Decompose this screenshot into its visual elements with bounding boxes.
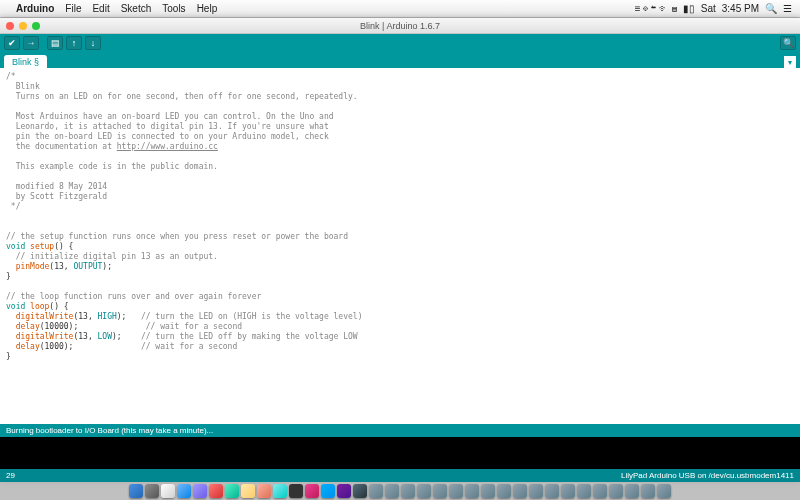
upload-button[interactable]: → [23, 36, 39, 50]
dock-app[interactable] [321, 484, 335, 498]
dock-app[interactable] [609, 484, 623, 498]
dock-app[interactable] [257, 484, 271, 498]
menu-edit[interactable]: Edit [92, 3, 109, 14]
menubar-status-icons: ≡ ⌾ ☁ ᯤ ▤ [635, 3, 677, 14]
dock-app[interactable] [449, 484, 463, 498]
verify-button[interactable]: ✔ [4, 36, 20, 50]
dock-app[interactable] [241, 484, 255, 498]
menubar-time: 3:45 PM [722, 3, 759, 14]
dock-app[interactable] [369, 484, 383, 498]
spotlight-icon[interactable]: 🔍 [765, 3, 777, 14]
dock-app[interactable] [273, 484, 287, 498]
dock-app[interactable] [657, 484, 671, 498]
dock-app[interactable] [417, 484, 431, 498]
dock-app[interactable] [513, 484, 527, 498]
dock-app[interactable] [545, 484, 559, 498]
board-info: LilyPad Arduino USB on /dev/cu.usbmodem1… [621, 471, 794, 480]
close-icon[interactable] [6, 22, 14, 30]
dock-app[interactable] [625, 484, 639, 498]
dock-app[interactable] [529, 484, 543, 498]
save-button[interactable]: ↓ [85, 36, 101, 50]
window-title: Blink | Arduino 1.6.7 [0, 21, 800, 31]
dock-app[interactable] [209, 484, 223, 498]
dock-app[interactable] [353, 484, 367, 498]
arduino-window: Blink | Arduino 1.6.7 ✔ → ▤ ↑ ↓ 🔍 Blink … [0, 18, 800, 482]
mac-menubar: Arduino File Edit Sketch Tools Help ≡ ⌾ … [0, 0, 800, 18]
console[interactable] [0, 437, 800, 469]
dock-app[interactable] [385, 484, 399, 498]
dock-app[interactable] [145, 484, 159, 498]
menu-sketch[interactable]: Sketch [121, 3, 152, 14]
line-number: 29 [6, 471, 15, 480]
tab-bar: Blink § ▾ [0, 52, 800, 68]
dock-app[interactable] [337, 484, 351, 498]
code-editor[interactable]: /* Blink Turns on an LED on for one seco… [0, 68, 800, 424]
tab-blink[interactable]: Blink § [4, 55, 47, 68]
footer-bar: 29 LilyPad Arduino USB on /dev/cu.usbmod… [0, 469, 800, 482]
dock [0, 482, 800, 500]
dock-app[interactable] [641, 484, 655, 498]
dock-app[interactable] [577, 484, 591, 498]
new-button[interactable]: ▤ [47, 36, 63, 50]
dock-app[interactable] [305, 484, 319, 498]
dock-app[interactable] [289, 484, 303, 498]
serial-monitor-button[interactable]: 🔍 [780, 36, 796, 50]
dock-app[interactable] [177, 484, 191, 498]
toolbar: ✔ → ▤ ↑ ↓ 🔍 [0, 34, 800, 52]
dock-app[interactable] [401, 484, 415, 498]
menu-file[interactable]: File [65, 3, 81, 14]
notification-icon[interactable]: ☰ [783, 3, 792, 14]
dock-app[interactable] [561, 484, 575, 498]
menu-help[interactable]: Help [197, 3, 218, 14]
dock-app[interactable] [129, 484, 143, 498]
dock-app[interactable] [481, 484, 495, 498]
menubar-day: Sat [701, 3, 716, 14]
dock-app[interactable] [225, 484, 239, 498]
dock-app[interactable] [593, 484, 607, 498]
window-titlebar: Blink | Arduino 1.6.7 [0, 18, 800, 34]
minimize-icon[interactable] [19, 22, 27, 30]
status-message: Burning bootloader to I/O Board (this ma… [6, 426, 213, 435]
dock-app[interactable] [161, 484, 175, 498]
status-bar: Burning bootloader to I/O Board (this ma… [0, 424, 800, 437]
dock-app[interactable] [497, 484, 511, 498]
maximize-icon[interactable] [32, 22, 40, 30]
dock-app[interactable] [433, 484, 447, 498]
open-button[interactable]: ↑ [66, 36, 82, 50]
tab-menu-button[interactable]: ▾ [784, 56, 796, 68]
dock-app[interactable] [465, 484, 479, 498]
menu-app[interactable]: Arduino [16, 3, 54, 14]
battery-icon: ▮▯ [683, 3, 695, 14]
menu-tools[interactable]: Tools [162, 3, 185, 14]
dock-app[interactable] [193, 484, 207, 498]
